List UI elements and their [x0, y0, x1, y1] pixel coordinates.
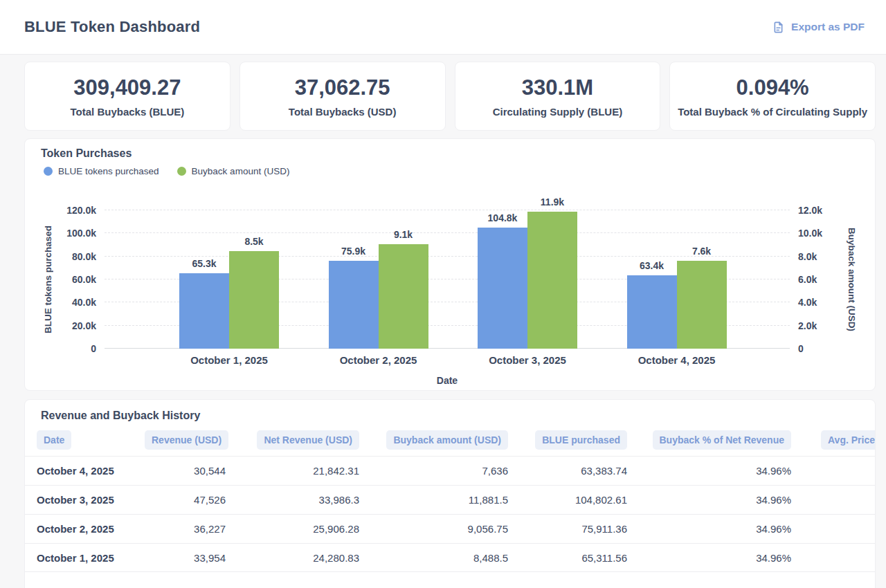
y-axis-tick-right: 10.0k — [798, 228, 822, 239]
table-cell: October 3, 2025 — [37, 494, 145, 506]
column-header: Date — [37, 430, 145, 450]
y-axis-tick-right: 6.0k — [798, 274, 817, 285]
x-axis-category-label: October 4, 2025 — [601, 354, 753, 366]
table-cell: 24,280.83 — [226, 552, 359, 564]
table-scroll-area[interactable]: DateRevenue (USD)Net Revenue (USD)Buybac… — [25, 430, 875, 572]
table-cell: 7,636 — [359, 465, 508, 477]
column-header-pill: Buyback amount (USD) — [386, 430, 508, 450]
table-cell: 104,802.61 — [508, 494, 627, 506]
y-axis-tick-left: 100.0k — [66, 228, 96, 239]
bar-buyback-usd — [229, 251, 279, 349]
table-cell: 33,954 — [145, 552, 226, 564]
y-axis-tick-right: 4.0k — [798, 297, 817, 308]
stat-card-circulating-supply: 330.1M Circulating Supply (BLUE) — [455, 62, 661, 131]
page-title: BLUE Token Dashboard — [24, 18, 200, 36]
table-cell: 34.96% — [627, 552, 791, 564]
stat-label: Total Buybacks (USD) — [289, 106, 397, 118]
column-header: Revenue (USD) — [145, 430, 226, 450]
column-header-pill: Revenue (USD) — [145, 430, 228, 450]
y-axis-tick-left: 40.0k — [72, 297, 96, 308]
bar-value-label: 63.4k — [621, 260, 683, 271]
stat-value: 0.094% — [736, 75, 809, 100]
legend-dot-icon — [177, 167, 186, 176]
table-cell: 34.96% — [627, 523, 791, 535]
stat-card-buyback-percent: 0.094% Total Buyback % of Circulating Su… — [669, 62, 876, 131]
table-cell: 75,911.36 — [508, 523, 627, 535]
y-axis-tick-left: 120.0k — [66, 205, 96, 216]
gridline — [105, 232, 790, 233]
legend-item[interactable]: BLUE tokens purchased — [44, 166, 159, 176]
column-header: BLUE purchased — [508, 430, 627, 450]
stat-value: 37,062.75 — [295, 75, 390, 100]
y-axis-tick-right: 0 — [798, 343, 804, 354]
bar-value-label: 104.8k — [471, 212, 534, 223]
token-purchases-chart-card: Token Purchases BLUE tokens purchasedBuy… — [24, 138, 876, 391]
column-header-pill: Net Revenue (USD) — [257, 430, 359, 450]
table-cell: 33,986.3 — [226, 494, 359, 506]
table-cell: October 4, 2025 — [37, 465, 145, 477]
column-header-pill: Avg. Price — [821, 430, 876, 450]
table-title: Revenue and Buyback History — [41, 410, 875, 422]
bar-blue-tokens — [627, 275, 677, 349]
legend-label: Buyback amount (USD) — [192, 166, 290, 176]
column-header: Net Revenue (USD) — [226, 430, 359, 450]
chart-plot: 65.3k8.5kOctober 1, 202575.9k9.1kOctober… — [105, 210, 790, 349]
export-pdf-button[interactable]: Export as PDF — [768, 20, 869, 35]
table-cell: 30,544 — [145, 465, 226, 477]
bar-value-label: 7.6k — [671, 246, 733, 257]
stat-card-total-buybacks-usd: 37,062.75 Total Buybacks (USD) — [239, 62, 446, 131]
chart-legend: BLUE tokens purchasedBuyback amount (USD… — [44, 166, 875, 176]
table-cell: October 2, 2025 — [37, 523, 145, 535]
y-axis-tick-left: 80.0k — [72, 251, 96, 262]
document-icon — [772, 21, 785, 34]
table-cell: 47,526 — [145, 494, 226, 506]
table-header-row: DateRevenue (USD)Net Revenue (USD)Buybac… — [25, 430, 875, 456]
bar-blue-tokens — [329, 261, 379, 349]
table-cell: 36,227 — [145, 523, 226, 535]
bar-value-label: 9.1k — [372, 229, 435, 240]
gridline — [105, 210, 790, 210]
chart-area: BLUE tokens purchased 020.0k40.0k60.0k80… — [25, 186, 875, 387]
stat-card-total-buybacks-blue: 309,409.27 Total Buybacks (BLUE) — [24, 62, 230, 131]
y-axis-tick-left: 0 — [91, 343, 96, 354]
bar-buyback-usd — [379, 244, 428, 349]
stat-value: 330.1M — [522, 75, 593, 100]
column-header-pill: Date — [37, 430, 71, 450]
revenue-history-table-card: Revenue and Buyback History DateRevenue … — [24, 399, 876, 588]
export-pdf-label: Export as PDF — [791, 21, 865, 33]
stat-label: Circulating Supply (BLUE) — [493, 106, 623, 118]
y-axis-tick-left: 20.0k — [72, 320, 96, 331]
table-cell: 65,311.56 — [508, 552, 627, 564]
right-axis-title: Buyback amount (USD) — [847, 210, 857, 349]
main-content: 309,409.27 Total Buybacks (BLUE) 37,062.… — [0, 62, 886, 588]
top-bar: BLUE Token Dashboard Export as PDF — [0, 0, 886, 55]
table-row: October 2, 202536,22725,906.289,056.7575… — [25, 514, 875, 543]
column-header: Buyback amount (USD) — [359, 430, 508, 450]
table-row: October 4, 202530,54421,842.317,63663,38… — [25, 456, 875, 485]
x-axis-category-label: October 2, 2025 — [302, 354, 455, 366]
stat-value: 309,409.27 — [73, 75, 181, 100]
stat-label: Total Buybacks (BLUE) — [71, 106, 185, 118]
legend-item[interactable]: Buyback amount (USD) — [177, 166, 290, 176]
table-cell: 34.96% — [627, 494, 791, 506]
bar-value-label: 75.9k — [323, 246, 385, 257]
y-axis-tick-right: 8.0k — [798, 251, 817, 262]
legend-dot-icon — [44, 167, 53, 176]
x-axis-title: Date — [105, 375, 790, 386]
left-axis-ticks: 020.0k40.0k60.0k80.0k100.0k120.0k — [25, 210, 96, 349]
bar-value-label: 8.5k — [223, 236, 285, 247]
right-axis-ticks: 02.0k4.0k6.0k8.0k10.0k12.0k — [798, 210, 840, 349]
table-cell: 11,881.5 — [359, 494, 508, 506]
stats-row: 309,409.27 Total Buybacks (BLUE) 37,062.… — [24, 62, 876, 131]
y-axis-tick-left: 60.0k — [72, 274, 96, 285]
bar-buyback-usd — [677, 261, 727, 349]
table-cell: October 1, 2025 — [37, 552, 145, 564]
column-header-pill: Buyback % of Net Revenue — [653, 430, 792, 450]
y-axis-tick-right: 12.0k — [798, 205, 822, 216]
bar-buyback-usd — [527, 212, 577, 349]
bar-value-label: 65.3k — [173, 258, 235, 269]
bar-blue-tokens — [478, 228, 527, 349]
table-cell: 34.96% — [627, 465, 791, 477]
bar-value-label: 11.9k — [521, 196, 584, 208]
column-header: Avg. Price — [791, 430, 876, 450]
